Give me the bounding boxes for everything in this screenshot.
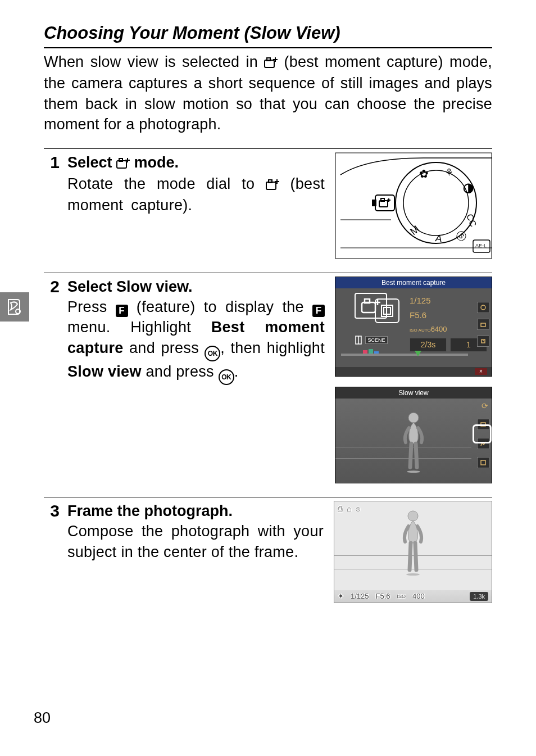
best-moment-capture-icon [264, 53, 278, 73]
screen-title: Slow view [335, 387, 492, 399]
svg-rect-1 [267, 58, 270, 61]
svg-rect-15 [375, 195, 394, 211]
shots-remaining: 1.3k [470, 592, 488, 601]
step-3-body: Compose the photograph with your subject… [67, 521, 324, 562]
side-tab-icon [0, 292, 29, 322]
svg-rect-42 [481, 323, 485, 327]
side-icon-3 [477, 457, 489, 468]
svg-rect-16 [372, 200, 376, 206]
time-value: 2/3s [410, 338, 447, 352]
feature-button-icon: F [312, 305, 325, 317]
svg-text:⚘: ⚘ [444, 167, 453, 178]
screen-slow-view: Slow view ⟳ [335, 387, 492, 483]
step-1-body-a: Rotate the mode dial to [67, 175, 266, 192]
svg-point-43 [408, 413, 419, 423]
step-2-body: Press F (feature) to display the F menu.… [67, 297, 325, 385]
svg-rect-46 [481, 460, 485, 465]
step-3-screen: ⎙ ⌂ ◎ ✦ [334, 501, 492, 603]
svg-rect-30 [362, 302, 375, 313]
status-bar: ✦ 1/125 F5.6 ISO400 1.3k [334, 590, 492, 603]
screen-best-moment-capture: Best moment capture [335, 277, 492, 377]
svg-rect-9 [269, 180, 272, 183]
svg-point-44 [407, 470, 420, 473]
screen-frame-photograph: ⎙ ⌂ ◎ ✦ [334, 501, 492, 603]
best-moment-capture-icon [116, 153, 130, 174]
feature-button-icon: F [116, 305, 128, 317]
section-title: Choosing Your Moment (Slow View) [44, 21, 492, 45]
side-icon-1 [477, 302, 489, 313]
step-number: 1 [44, 152, 60, 173]
top-status-icons: ⎙ ⌂ ◎ [338, 504, 361, 514]
step-1-body: Rotate the mode dial to (best moment cap… [67, 174, 325, 216]
step-1-heading: Select mode. [67, 152, 325, 174]
iso-value: 400 [412, 591, 425, 601]
step-1: 1 Select mode. Rotate the mode dial to (… [44, 148, 492, 259]
svg-rect-5 [119, 159, 122, 161]
shutter-value: 1/125 [351, 591, 369, 601]
scene-label: SCENE [365, 336, 387, 344]
step-number: 3 [44, 501, 60, 521]
playback-icon: ⟳ [482, 401, 488, 411]
svg-point-41 [481, 305, 485, 310]
svg-rect-35 [384, 307, 390, 314]
exposure-slider [341, 354, 468, 356]
step-2-heading: Select Slow view. [67, 277, 325, 297]
ok-button-icon: OK [219, 369, 234, 385]
svg-text:◑: ◑ [463, 180, 474, 194]
iso-label: ISO [397, 593, 406, 600]
step-2: 2 Select Slow view. Press F (feature) to… [44, 273, 492, 483]
svg-text:✿: ✿ [419, 168, 429, 180]
page-number: 80 [34, 708, 51, 728]
flash-icon: ✦ [338, 591, 344, 601]
svg-rect-31 [365, 299, 370, 303]
step-number: 2 [44, 277, 60, 297]
step-2-screens: Best moment capture [335, 277, 492, 483]
wb-icon [354, 336, 363, 345]
aperture-value: F5.6 [376, 591, 390, 601]
step-2-heading-a: Select [67, 278, 116, 295]
intro-a: When slow view is selected in [44, 53, 264, 70]
side-icon-3 [477, 336, 489, 347]
manual-page: Choosing Your Moment (Slow View) When sl… [0, 0, 536, 756]
title-rule [44, 47, 492, 48]
runner-icon [396, 509, 430, 577]
close-icon: × [475, 368, 487, 375]
mode-dial-illustration: ✿ ⚘ ◑ CC ⓢ A M AE-L [335, 152, 492, 259]
aperture-value: F5.6 [410, 310, 426, 321]
step-1-heading-a: Select [67, 154, 116, 171]
step-3: 3 Frame the photograph. Compose the phot… [44, 497, 492, 603]
svg-point-47 [408, 511, 418, 521]
side-mode-icons [477, 302, 489, 347]
runner-icon [397, 411, 430, 473]
step-2-heading-bold: Slow view [116, 278, 188, 295]
shutter-value: 1/125 [410, 295, 431, 306]
step-3-heading: Frame the photograph. [67, 501, 324, 521]
ok-button-icon: OK [205, 346, 220, 361]
best-moment-capture-icon [266, 175, 279, 195]
iso-value: 6400 [431, 325, 447, 333]
svg-text:AE-L: AE-L [475, 243, 487, 248]
side-icon-2 [477, 319, 489, 330]
intro-paragraph: When slow view is selected in (best mome… [44, 52, 492, 135]
step-1-heading-b: mode. [130, 154, 179, 171]
screen-title: Best moment capture [335, 277, 492, 288]
step-2-heading-end: . [188, 278, 193, 295]
selection-highlight [473, 424, 492, 443]
svg-point-48 [406, 573, 420, 576]
